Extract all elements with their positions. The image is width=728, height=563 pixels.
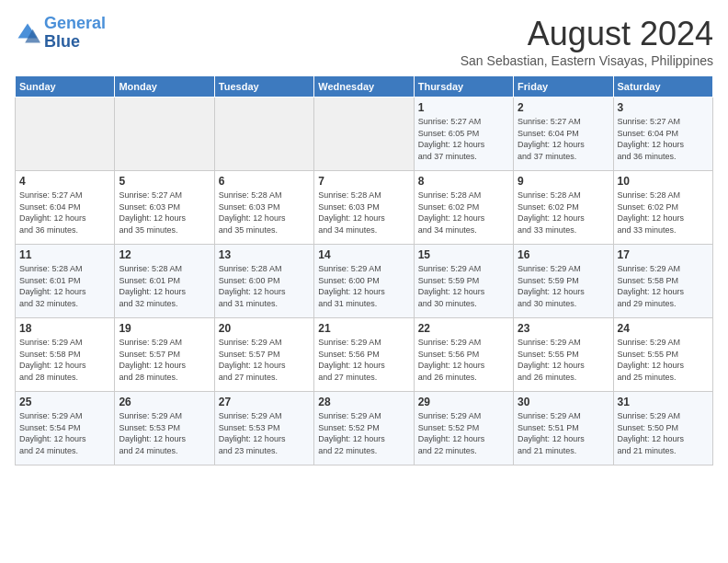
day-cell: [314, 98, 414, 171]
day-cell: 1Sunrise: 5:27 AM Sunset: 6:05 PM Daylig…: [414, 98, 513, 171]
day-info: Sunrise: 5:29 AM Sunset: 6:00 PM Dayligh…: [318, 263, 409, 309]
day-cell: 10Sunrise: 5:28 AM Sunset: 6:02 PM Dayli…: [613, 171, 712, 245]
day-cell: [115, 98, 214, 171]
logo-text: General Blue: [44, 15, 106, 52]
day-info: Sunrise: 5:29 AM Sunset: 5:55 PM Dayligh…: [518, 337, 609, 383]
col-header-sunday: Sunday: [16, 76, 115, 98]
day-number: 21: [318, 322, 409, 335]
week-row-5: 25Sunrise: 5:29 AM Sunset: 5:54 PM Dayli…: [16, 392, 713, 465]
day-info: Sunrise: 5:27 AM Sunset: 6:03 PM Dayligh…: [119, 190, 210, 236]
day-cell: 27Sunrise: 5:29 AM Sunset: 5:53 PM Dayli…: [214, 392, 313, 465]
day-number: 10: [618, 175, 709, 188]
day-number: 13: [219, 248, 310, 261]
day-cell: 17Sunrise: 5:29 AM Sunset: 5:58 PM Dayli…: [613, 245, 712, 318]
col-header-monday: Monday: [115, 76, 214, 98]
day-cell: 7Sunrise: 5:28 AM Sunset: 6:03 PM Daylig…: [314, 171, 414, 245]
day-number: 9: [518, 175, 609, 188]
day-cell: 18Sunrise: 5:29 AM Sunset: 5:58 PM Dayli…: [16, 318, 115, 392]
day-info: Sunrise: 5:29 AM Sunset: 5:56 PM Dayligh…: [318, 337, 409, 383]
day-number: 1: [418, 101, 509, 114]
day-number: 3: [618, 101, 709, 114]
day-cell: 30Sunrise: 5:29 AM Sunset: 5:51 PM Dayli…: [514, 392, 613, 465]
day-info: Sunrise: 5:28 AM Sunset: 6:00 PM Dayligh…: [219, 263, 310, 309]
day-cell: [214, 98, 313, 171]
day-info: Sunrise: 5:29 AM Sunset: 5:53 PM Dayligh…: [219, 410, 310, 456]
day-cell: 31Sunrise: 5:29 AM Sunset: 5:50 PM Dayli…: [613, 392, 712, 465]
day-number: 2: [518, 101, 609, 114]
day-info: Sunrise: 5:29 AM Sunset: 5:53 PM Dayligh…: [119, 410, 210, 456]
calendar-table: SundayMondayTuesdayWednesdayThursdayFrid…: [15, 75, 713, 465]
day-info: Sunrise: 5:29 AM Sunset: 5:58 PM Dayligh…: [618, 263, 709, 309]
calendar-header-row: SundayMondayTuesdayWednesdayThursdayFrid…: [16, 76, 713, 98]
day-info: Sunrise: 5:27 AM Sunset: 6:04 PM Dayligh…: [618, 116, 709, 162]
day-info: Sunrise: 5:28 AM Sunset: 6:02 PM Dayligh…: [518, 190, 609, 236]
day-number: 5: [119, 175, 210, 188]
day-number: 11: [19, 248, 110, 261]
day-info: Sunrise: 5:28 AM Sunset: 6:03 PM Dayligh…: [318, 190, 409, 236]
page-header: General Blue August 2024 San Sebastian, …: [15, 15, 713, 68]
week-row-2: 4Sunrise: 5:27 AM Sunset: 6:04 PM Daylig…: [16, 171, 713, 245]
day-number: 17: [618, 248, 709, 261]
day-cell: 28Sunrise: 5:29 AM Sunset: 5:52 PM Dayli…: [314, 392, 414, 465]
day-cell: 23Sunrise: 5:29 AM Sunset: 5:55 PM Dayli…: [514, 318, 613, 392]
day-number: 12: [119, 248, 210, 261]
day-info: Sunrise: 5:29 AM Sunset: 5:58 PM Dayligh…: [19, 337, 110, 383]
day-number: 18: [19, 322, 110, 335]
day-cell: 25Sunrise: 5:29 AM Sunset: 5:54 PM Dayli…: [16, 392, 115, 465]
day-info: Sunrise: 5:29 AM Sunset: 5:57 PM Dayligh…: [119, 337, 210, 383]
day-cell: 12Sunrise: 5:28 AM Sunset: 6:01 PM Dayli…: [115, 245, 214, 318]
day-number: 6: [219, 175, 310, 188]
month-title: August 2024: [461, 15, 713, 53]
day-number: 16: [518, 248, 609, 261]
day-number: 29: [418, 396, 509, 408]
day-info: Sunrise: 5:29 AM Sunset: 5:52 PM Dayligh…: [318, 410, 409, 456]
day-info: Sunrise: 5:29 AM Sunset: 5:51 PM Dayligh…: [518, 410, 609, 456]
day-cell: [16, 98, 115, 171]
day-info: Sunrise: 5:28 AM Sunset: 6:01 PM Dayligh…: [19, 263, 110, 309]
col-header-tuesday: Tuesday: [214, 76, 313, 98]
day-cell: 13Sunrise: 5:28 AM Sunset: 6:00 PM Dayli…: [214, 245, 313, 318]
day-info: Sunrise: 5:28 AM Sunset: 6:02 PM Dayligh…: [618, 190, 709, 236]
col-header-friday: Friday: [514, 76, 613, 98]
day-info: Sunrise: 5:29 AM Sunset: 5:57 PM Dayligh…: [219, 337, 310, 383]
col-header-wednesday: Wednesday: [314, 76, 414, 98]
day-info: Sunrise: 5:27 AM Sunset: 6:04 PM Dayligh…: [518, 116, 609, 162]
day-number: 22: [418, 322, 509, 335]
day-number: 26: [119, 396, 210, 408]
day-cell: 21Sunrise: 5:29 AM Sunset: 5:56 PM Dayli…: [314, 318, 414, 392]
day-info: Sunrise: 5:29 AM Sunset: 5:59 PM Dayligh…: [518, 263, 609, 309]
day-cell: 19Sunrise: 5:29 AM Sunset: 5:57 PM Dayli…: [115, 318, 214, 392]
day-cell: 2Sunrise: 5:27 AM Sunset: 6:04 PM Daylig…: [514, 98, 613, 171]
day-cell: 14Sunrise: 5:29 AM Sunset: 6:00 PM Dayli…: [314, 245, 414, 318]
day-number: 31: [618, 396, 709, 408]
day-cell: 26Sunrise: 5:29 AM Sunset: 5:53 PM Dayli…: [115, 392, 214, 465]
day-info: Sunrise: 5:27 AM Sunset: 6:05 PM Dayligh…: [418, 116, 509, 162]
title-block: August 2024 San Sebastian, Eastern Visay…: [461, 15, 713, 68]
day-cell: 20Sunrise: 5:29 AM Sunset: 5:57 PM Dayli…: [214, 318, 313, 392]
day-cell: 4Sunrise: 5:27 AM Sunset: 6:04 PM Daylig…: [16, 171, 115, 245]
day-number: 20: [219, 322, 310, 335]
day-number: 27: [219, 396, 310, 408]
day-info: Sunrise: 5:29 AM Sunset: 5:54 PM Dayligh…: [19, 410, 110, 456]
day-number: 4: [19, 175, 110, 188]
week-row-3: 11Sunrise: 5:28 AM Sunset: 6:01 PM Dayli…: [16, 245, 713, 318]
logo: General Blue: [15, 15, 106, 52]
day-cell: 3Sunrise: 5:27 AM Sunset: 6:04 PM Daylig…: [613, 98, 712, 171]
day-number: 23: [518, 322, 609, 335]
day-number: 7: [318, 175, 409, 188]
day-number: 28: [318, 396, 409, 408]
day-number: 24: [618, 322, 709, 335]
day-info: Sunrise: 5:29 AM Sunset: 5:50 PM Dayligh…: [618, 410, 709, 456]
col-header-thursday: Thursday: [414, 76, 513, 98]
day-cell: 8Sunrise: 5:28 AM Sunset: 6:02 PM Daylig…: [414, 171, 513, 245]
day-number: 19: [119, 322, 210, 335]
day-number: 25: [19, 396, 110, 408]
week-row-1: 1Sunrise: 5:27 AM Sunset: 6:05 PM Daylig…: [16, 98, 713, 171]
logo-icon: [15, 20, 40, 46]
day-cell: 29Sunrise: 5:29 AM Sunset: 5:52 PM Dayli…: [414, 392, 513, 465]
day-cell: 6Sunrise: 5:28 AM Sunset: 6:03 PM Daylig…: [214, 171, 313, 245]
day-number: 8: [418, 175, 509, 188]
day-number: 14: [318, 248, 409, 261]
day-info: Sunrise: 5:29 AM Sunset: 5:59 PM Dayligh…: [418, 263, 509, 309]
day-number: 15: [418, 248, 509, 261]
